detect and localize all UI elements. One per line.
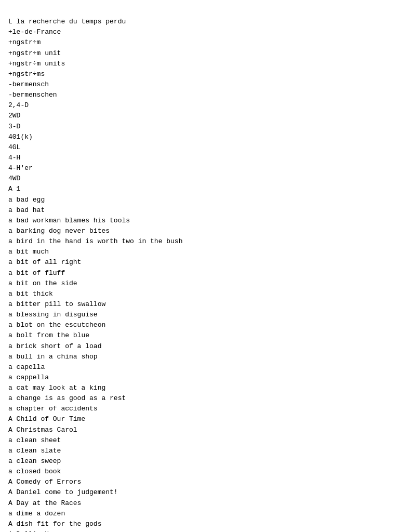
list-item: 401(k) [8,132,391,142]
list-item: -bermensch [8,79,391,90]
list-item: A Child of Our Time [8,414,391,424]
list-item: A Christmas Carol [8,425,391,435]
list-item: a clean sheet [8,435,391,446]
list-item: a blot on the escutcheon [8,320,391,330]
list-item: a bad egg [8,195,391,205]
list-item: A Daniel come to judgement! [8,487,391,498]
list-item: a bad workman blames his tools [8,216,391,226]
list-item: A Doll's House [8,529,391,532]
list-item: a bad hat [8,205,391,216]
list-item: a clean sweep [8,456,391,467]
list-item: +le-de-France [8,27,391,37]
list-item: 4WD [8,174,391,184]
list-item: a change is as good as a rest [8,393,391,404]
list-item: 3-D [8,122,391,132]
list-item: -bermenschen [8,90,391,100]
list-item: a closed book [8,467,391,477]
list-item: 4-H'er [8,163,391,174]
list-item: a cappella [8,373,391,383]
list-item: a bit much [8,247,391,257]
list-item: +ngstr÷m units [8,59,391,69]
list-item: 4GL [8,142,391,153]
list-item: A Comedy of Errors [8,477,391,487]
list-item: 2WD [8,111,391,121]
list-item: L la recherche du temps perdu [8,17,391,27]
list-item: a bitter pill to swallow [8,299,391,310]
list-item: 4-H [8,153,391,163]
list-item: a blessing in disguise [8,310,391,320]
word-list: L la recherche du temps perdu+le-de-Fran… [8,6,391,532]
list-item: a bit of fluff [8,268,391,278]
list-item: A 1 [8,184,391,194]
list-item: +ngstr÷m unit [8,48,391,59]
list-item: +ngstr÷m [8,37,391,48]
list-item: a chapter of accidents [8,404,391,414]
list-item: a capella [8,362,391,373]
list-item: A dish fit for the gods [8,519,391,529]
list-item: a clean slate [8,446,391,456]
list-item: a bit thick [8,289,391,299]
list-item: a barking dog never bites [8,226,391,236]
list-item: a bird in the hand is worth two in the b… [8,236,391,247]
list-item: a bit on the side [8,278,391,289]
list-item: a bit of all right [8,257,391,268]
list-item: a bull in a china shop [8,352,391,362]
list-item: +ngstr÷ms [8,69,391,79]
list-item: a dime a dozen [8,509,391,519]
list-item: a bolt from the blue [8,330,391,341]
list-item: A Day at the Races [8,498,391,509]
list-item: 2,4-D [8,100,391,111]
list-item: a cat may look at a king [8,383,391,393]
list-item: a brick short of a load [8,341,391,352]
